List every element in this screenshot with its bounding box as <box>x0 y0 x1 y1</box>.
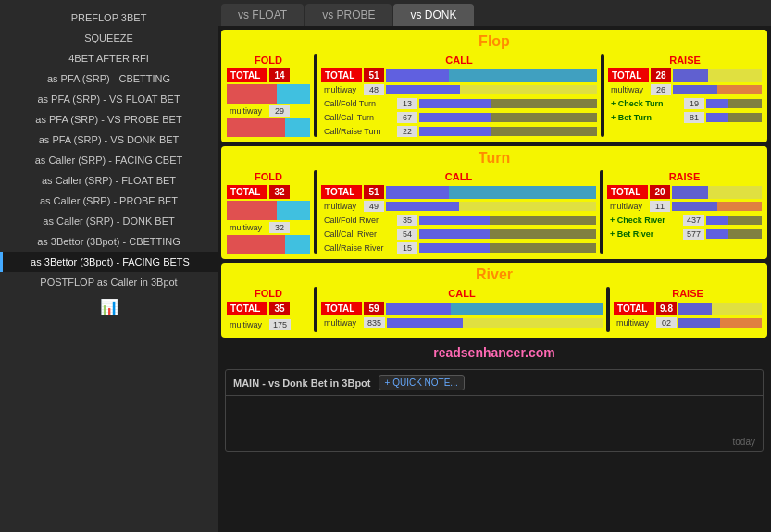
river-fold-block: FOLD TOTAL 35 multiway 175 <box>227 287 310 332</box>
river-raise-bar-small <box>678 318 762 328</box>
flop-raise-bar-small <box>673 85 762 94</box>
sidebar-item-preflop-3bet[interactable]: PREFLOP 3BET <box>0 7 218 28</box>
sidebar-item-caller-probe[interactable]: as Caller (SRP) - PROBE BET <box>0 191 218 211</box>
river-raise-total-value: 9.8 <box>656 302 677 315</box>
turn-call-call-river-label: Call/Call River <box>321 229 395 240</box>
turn-title: Turn <box>227 150 762 167</box>
flop-raise-sub-bar-2 <box>706 113 762 122</box>
notes-header: MAIN - vs Donk Bet in 3Bpot + QUICK NOTE… <box>226 370 763 396</box>
turn-fold-bar <box>227 201 310 220</box>
tab-bar: vs FLOAT vs PROBE vs DONK <box>218 0 771 26</box>
sections: Flop FOLD TOTAL 14 multiway 29 <box>218 26 771 532</box>
turn-call-multiway-label: multiway <box>321 201 362 212</box>
flop-call-bar <box>386 69 597 82</box>
flop-call-raise-turn-value: 22 <box>397 126 417 137</box>
sidebar-item-caller-donk[interactable]: as Caller (SRP) - DONK BET <box>0 211 218 231</box>
river-call-bar <box>386 303 603 315</box>
turn-call-call-river-value: 54 <box>397 229 417 240</box>
river-raise-block: RAISE TOTAL 9.8 multiway 02 <box>614 287 762 332</box>
turn-fold-header: FOLD <box>227 170 310 183</box>
tab-vs-donk[interactable]: vs DONK <box>393 4 473 26</box>
river-raise-header: RAISE <box>614 287 762 300</box>
turn-fold-block: FOLD TOTAL 32 multiway 32 <box>227 170 310 254</box>
sidebar-item-squeeze[interactable]: SQUEEZE <box>0 28 218 48</box>
flop-call-bar-small <box>386 85 597 94</box>
sidebar-item-pfa-cbetting[interactable]: as PFA (SRP) - CBETTING <box>0 68 218 89</box>
flop-raise-total-value: 28 <box>651 68 671 82</box>
flop-fold-block: FOLD TOTAL 14 multiway 29 <box>227 54 310 137</box>
flop-call-total-label: TOTAL <box>321 68 362 82</box>
flop-call-multiway-value: 48 <box>364 84 384 95</box>
sidebar-item-3bettor-facing[interactable]: as 3Bettor (3Bpot) - FACING BETS <box>0 252 218 272</box>
flop-raise-sub-bar-1 <box>706 99 762 108</box>
sidebar-item-caller-float[interactable]: as Caller (SRP) - FLOAT BET <box>0 170 218 191</box>
turn-call-total-label: TOTAL <box>321 185 362 199</box>
flop-call-call-turn-label: Call/Call Turn <box>321 112 395 123</box>
turn-raise-sub-bar-1 <box>706 216 762 225</box>
river-call-total-value: 59 <box>364 302 384 315</box>
turn-call-raise-river-label: Call/Raise River <box>321 242 395 254</box>
flop-raise-multiway-value: 26 <box>651 84 671 95</box>
flop-fold-header: FOLD <box>227 54 310 67</box>
turn-raise-sub-bar-2 <box>706 229 762 239</box>
flop-section: Flop FOLD TOTAL 14 multiway 29 <box>221 30 767 142</box>
flop-bet-turn-value: 81 <box>684 112 704 123</box>
turn-call-total-value: 51 <box>364 185 384 199</box>
chart-icon[interactable]: 📊 <box>0 292 218 321</box>
turn-fold-multiway-value: 32 <box>269 222 290 233</box>
river-section: River FOLD TOTAL 35 multiway 175 <box>221 263 767 338</box>
notes-area: MAIN - vs Donk Bet in 3Bpot + QUICK NOTE… <box>225 369 764 452</box>
quick-note-button[interactable]: + QUICK NOTE... <box>379 375 465 390</box>
tab-vs-float[interactable]: vs FLOAT <box>221 4 304 26</box>
flop-raise-total-label: TOTAL <box>608 68 649 82</box>
sidebar-item-4bet[interactable]: 4BET AFTER RFI <box>0 48 218 68</box>
sidebar-item-postflop-caller[interactable]: POSTFLOP as Caller in 3Bpot <box>0 272 218 292</box>
turn-call-block: CALL TOTAL 51 multiway 49 Call/Fold Rive… <box>321 170 596 254</box>
sidebar-item-3bettor-cbetting[interactable]: as 3Bettor (3Bpot) - CBETTING <box>0 231 218 252</box>
turn-raise-bar <box>672 186 762 199</box>
divider-3 <box>314 170 317 254</box>
river-raise-total-label: TOTAL <box>614 302 654 315</box>
flop-call-fold-turn-label: Call/Fold Turn <box>321 98 395 109</box>
river-raise-multiway-label: multiway <box>614 317 654 328</box>
turn-check-river-value: 437 <box>683 215 704 226</box>
flop-fold-multiway-value: 29 <box>269 105 290 117</box>
turn-call-header: CALL <box>321 170 596 183</box>
flop-call-block: CALL TOTAL 51 multiway 48 Call/Fold Turn… <box>321 54 597 137</box>
sidebar-item-pfa-float[interactable]: as PFA (SRP) - VS FLOAT BET <box>0 89 218 109</box>
flop-call-multiway-label: multiway <box>321 84 362 95</box>
turn-call-fold-river-value: 35 <box>397 215 417 226</box>
turn-raise-multiway-label: multiway <box>607 201 648 212</box>
notes-title: MAIN - vs Donk Bet in 3Bpot <box>233 377 371 389</box>
turn-check-river-label: + Check River <box>607 215 681 226</box>
river-call-bar-small <box>387 318 603 328</box>
tab-vs-probe[interactable]: vs PROBE <box>305 4 392 26</box>
sidebar-item-pfa-donk[interactable]: as PFA (SRP) - VS DONK BET <box>0 130 218 150</box>
flop-sub-bar-2 <box>419 113 597 122</box>
sidebar-item-pfa-probe[interactable]: as PFA (SRP) - VS PROBE BET <box>0 109 218 130</box>
river-fold-multiway-label: multiway <box>227 319 267 330</box>
sidebar-item-caller-cbet[interactable]: as Caller (SRP) - FACING CBET <box>0 150 218 170</box>
river-fold-total-value: 35 <box>269 302 290 315</box>
turn-raise-total-label: TOTAL <box>607 185 648 199</box>
turn-bet-river-value: 577 <box>683 229 704 240</box>
turn-sub-bar-3 <box>419 243 596 253</box>
divider-2 <box>601 54 604 137</box>
divider-4 <box>600 170 603 254</box>
flop-check-turn-label: + Check Turn <box>608 98 682 109</box>
flop-check-turn-value: 19 <box>684 98 704 109</box>
river-call-block: CALL TOTAL 59 multiway 835 <box>321 287 603 332</box>
flop-fold-multiway-label: multiway <box>227 105 267 117</box>
river-fold-multiway-value: 175 <box>269 319 291 330</box>
river-fold-total-label: TOTAL <box>227 302 267 315</box>
flop-call-total-value: 51 <box>364 68 384 82</box>
notes-body[interactable] <box>226 396 763 433</box>
turn-call-bar <box>386 186 596 199</box>
river-call-multiway-value: 835 <box>364 317 385 328</box>
flop-call-call-turn-value: 67 <box>397 112 417 123</box>
turn-raise-block: RAISE TOTAL 20 multiway 11 + Check River… <box>607 170 762 254</box>
turn-raise-multiway-value: 11 <box>650 201 670 212</box>
river-raise-bar <box>678 303 762 315</box>
flop-raise-multiway-label: multiway <box>608 84 649 95</box>
turn-fold-total-label: TOTAL <box>227 185 267 199</box>
